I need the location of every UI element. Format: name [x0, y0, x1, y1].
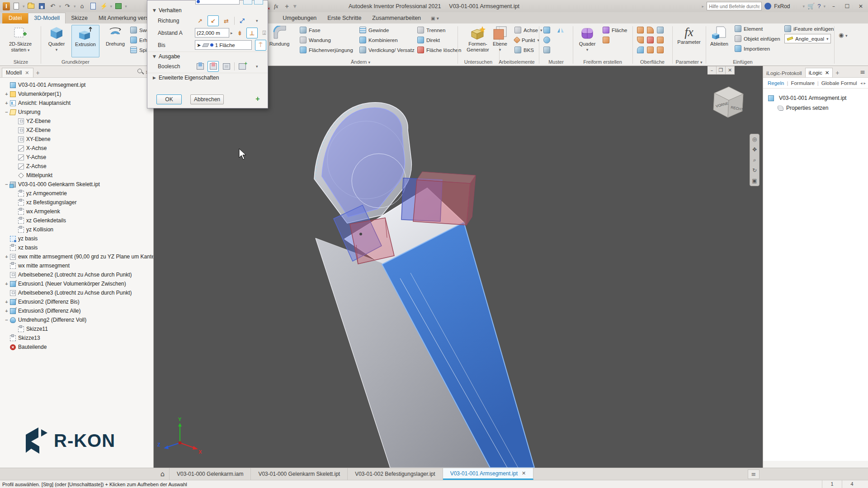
- browser-tab-close-icon[interactable]: ✕: [25, 70, 29, 76]
- browser-tab-modell[interactable]: Modell ✕: [2, 68, 33, 77]
- tree-expander[interactable]: +: [4, 299, 9, 305]
- tree-item[interactable]: + Ansicht: Hauptansicht: [0, 99, 153, 108]
- tab-umgebungen[interactable]: Umgebungen: [277, 13, 322, 23]
- surface-sculpt-button[interactable]: [647, 37, 654, 43]
- drawing-properties-button[interactable]: [89, 2, 98, 11]
- pan-icon[interactable]: ✥: [752, 146, 757, 153]
- quader-button[interactable]: Quader ▾: [42, 25, 71, 57]
- bks-button[interactable]: BKS: [514, 46, 534, 54]
- surface-stitch-button[interactable]: [637, 27, 644, 33]
- ilogic-tree-root[interactable]: V03-01-001 Armsegment.ipt: [768, 93, 868, 103]
- doc-tab[interactable]: V03-01-001 Armsegment.ipt✕: [443, 468, 534, 480]
- section-verhalten[interactable]: ▼ Verhalten: [147, 6, 268, 15]
- gewinde-button[interactable]: Gewinde: [359, 26, 389, 34]
- wandung-button[interactable]: Wandung: [300, 36, 331, 44]
- tree-item[interactable]: V03-01-001 Armsegment.ipt: [0, 80, 153, 89]
- tree-expander[interactable]: −: [4, 317, 9, 323]
- zoom-icon[interactable]: ⌕: [753, 157, 756, 163]
- doc-close-button[interactable]: ✕: [726, 66, 735, 75]
- surface-copy-button[interactable]: [657, 47, 664, 53]
- to-face-button[interactable]: ⊥: [246, 28, 258, 38]
- help-dropdown-arrow[interactable]: ▾: [823, 4, 826, 9]
- view-cube[interactable]: VORNE RECHTS: [713, 87, 746, 117]
- achse-button[interactable]: Achse ▾: [514, 26, 542, 34]
- ebene-dropdown-arrow[interactable]: ▾: [499, 47, 501, 53]
- user-name[interactable]: FxRod: [774, 3, 790, 9]
- start-2d-dropdown-arrow[interactable]: ▾: [28, 48, 30, 52]
- skizze-anordnung-button[interactable]: [543, 46, 550, 54]
- tree-item[interactable]: XZ-Ebene: [0, 126, 153, 135]
- abstand-input[interactable]: (22,000 m: [195, 28, 229, 38]
- tree-item[interactable]: wx Armgelenk: [0, 207, 153, 216]
- ribbon-display-toggle[interactable]: ▣ ▾: [431, 16, 439, 23]
- tree-item[interactable]: Arbeitsebene2 (Lotrecht zu Achse durch P…: [0, 270, 153, 279]
- tab-datei[interactable]: Datei: [2, 13, 28, 23]
- ifeature-einfuegen-button[interactable]: iFeature einfügen: [784, 24, 834, 33]
- subtab-formulare[interactable]: Formulare: [791, 80, 814, 86]
- ilogic-menu-icon[interactable]: ≡: [860, 68, 865, 75]
- ilogic-add-tab-button[interactable]: +: [835, 69, 839, 77]
- quader-dropdown-arrow[interactable]: ▾: [56, 47, 58, 53]
- ilogic-tab-close-icon[interactable]: ✕: [825, 70, 830, 76]
- tree-expander[interactable]: −: [4, 109, 9, 115]
- tree-expander[interactable]: +: [4, 281, 9, 286]
- tree-item[interactable]: Arbeitsebene3 (Lotrecht zu Achse durch P…: [0, 288, 153, 297]
- tree-item[interactable]: + ewx mitte armsegment (90,00 grd zu YZ …: [0, 252, 153, 261]
- doc-tab[interactable]: V03-01-002 Befestigungslager.ipt: [348, 468, 443, 480]
- tree-item[interactable]: − Umdrehung2 (Differenz Voll): [0, 315, 153, 324]
- tree-item[interactable]: Skizze13: [0, 333, 153, 343]
- tree-expander[interactable]: +: [4, 91, 9, 97]
- orbit-icon[interactable]: ↻: [752, 167, 757, 174]
- spiegeln-button[interactable]: [557, 26, 564, 34]
- objekt-einfuegen-button[interactable]: Objekt einfügen: [735, 34, 780, 43]
- surface-ruled-button[interactable]: [637, 47, 644, 53]
- add-parameter-button[interactable]: +: [252, 94, 263, 104]
- tree-item[interactable]: + Extrusion2 (Differenz Bis): [0, 297, 153, 306]
- kombinieren-button[interactable]: Kombinieren: [359, 36, 398, 44]
- open-button[interactable]: [27, 2, 36, 11]
- drehung-button[interactable]: Drehung: [101, 25, 129, 57]
- surface-extend-button[interactable]: [637, 37, 644, 43]
- freiform-konvertieren-button[interactable]: [603, 36, 609, 44]
- search-expand-arrow[interactable]: ▸: [702, 4, 704, 9]
- freiform-quader-dropdown-arrow[interactable]: ▾: [586, 47, 589, 53]
- tree-item[interactable]: xz basis: [0, 243, 153, 252]
- ilogic-rule-item[interactable]: Properties setzen: [768, 103, 868, 113]
- freiform-flaeche-button[interactable]: Fläche: [603, 26, 627, 34]
- home-button[interactable]: ⌂: [78, 2, 87, 11]
- user-dropdown-arrow[interactable]: ▾: [802, 4, 805, 9]
- doc-tab[interactable]: V03-01-000 Gelenkarm.iam: [170, 468, 251, 480]
- profile-tool-button[interactable]: [243, 0, 252, 5]
- help-icon[interactable]: ?: [817, 3, 821, 9]
- resize-grip[interactable]: [862, 480, 868, 488]
- tree-item[interactable]: yz basis: [0, 234, 153, 243]
- parameter-button[interactable]: fx Parameter: [675, 25, 703, 57]
- punkt-button[interactable]: Punkt ▾: [514, 36, 539, 44]
- tree-item[interactable]: Y-Achse: [0, 153, 153, 162]
- material-dropdown-arrow[interactable]: ▾: [125, 4, 127, 9]
- direction-default-button[interactable]: ↗: [194, 15, 206, 26]
- ilogic-dropdown-arrow[interactable]: ▾: [110, 4, 113, 9]
- profile-input[interactable]: [195, 0, 240, 5]
- direction-symmetric-button[interactable]: ⇄: [221, 15, 232, 26]
- doc-tab-close-icon[interactable]: ✕: [522, 470, 526, 476]
- sketch-box-right[interactable]: [401, 172, 476, 225]
- tree-expander[interactable]: +: [4, 254, 9, 259]
- tree-item[interactable]: + Extrusion1 (Neuer Volumenkörper Zwisch…: [0, 279, 153, 288]
- ebene-button[interactable]: Ebene ▾: [487, 25, 513, 57]
- flip-solid-button[interactable]: ⍗: [259, 28, 270, 38]
- new-file-dropdown-arrow[interactable]: ▾: [23, 4, 25, 9]
- redo-button[interactable]: ↷: [63, 2, 72, 11]
- element-button[interactable]: Element: [735, 24, 763, 33]
- doc-restore-button[interactable]: ❐: [717, 66, 726, 75]
- direkt-button[interactable]: Direkt: [417, 36, 440, 44]
- maximize-button[interactable]: ☐: [842, 2, 853, 11]
- help-search-input[interactable]: [707, 2, 762, 10]
- store-cart-icon[interactable]: 🛒: [807, 3, 815, 9]
- close-button[interactable]: ✕: [855, 2, 866, 11]
- tree-item[interactable]: X-Achse: [0, 144, 153, 153]
- look-at-icon[interactable]: ▣: [752, 178, 757, 184]
- tree-item[interactable]: − Ursprung: [0, 108, 153, 117]
- undo-dropdown-arrow[interactable]: ▾: [59, 4, 61, 9]
- tree-expander[interactable]: +: [4, 308, 9, 314]
